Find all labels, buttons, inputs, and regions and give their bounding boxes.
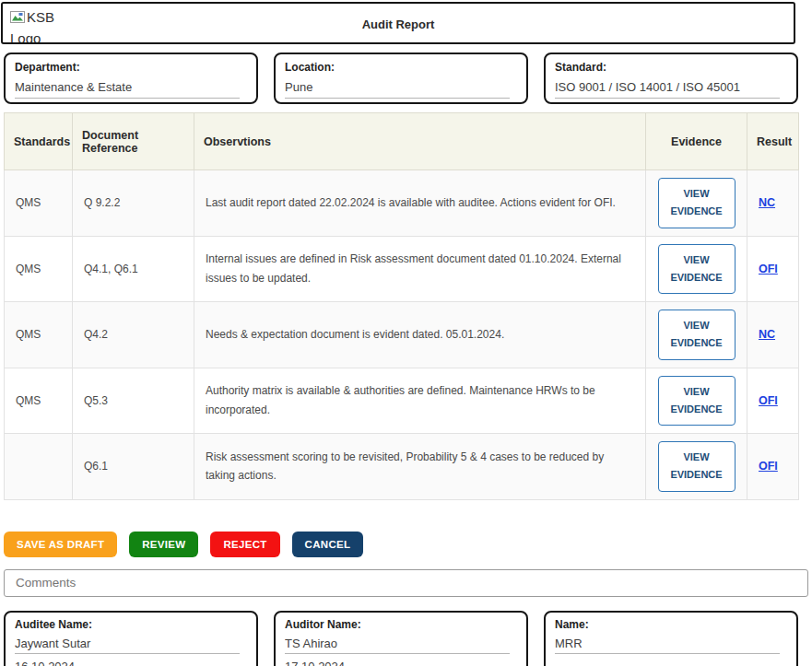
result-cell: NC — [747, 170, 799, 237]
doc-ref-cell: Q6.1 — [73, 434, 194, 500]
auditee-date-input[interactable] — [15, 658, 240, 666]
doc-ref-cell: Q4.1, Q6.1 — [73, 236, 194, 302]
info-fields-row: Department: Location: Standard: — [4, 53, 798, 104]
auditor-signature-box: Auditor Name: — [274, 611, 528, 666]
name-label: Name: — [555, 618, 787, 631]
evidence-cell: VIEW EVIDENCE — [646, 302, 747, 368]
department-field: Department: — [4, 53, 258, 104]
table-header-row: Standards Document Reference Observtions… — [5, 113, 799, 170]
department-label: Department: — [15, 61, 247, 74]
audit-row: QMS Q4.2 Needs & expectation document is… — [5, 302, 799, 368]
save-as-draft-button[interactable]: SAVE AS DRAFT — [4, 532, 117, 557]
view-evidence-button[interactable]: VIEW EVIDENCE — [658, 178, 736, 228]
view-evidence-button[interactable]: VIEW EVIDENCE — [658, 441, 736, 492]
result-cell: OFI — [747, 434, 799, 500]
standard-field: Standard: — [544, 53, 798, 104]
audit-row: Q6.1 Risk assessment scoring to be revis… — [5, 434, 799, 500]
observation-cell: Last audit report dated 22.02.2024 is av… — [194, 170, 646, 237]
evidence-cell: VIEW EVIDENCE — [646, 236, 747, 302]
audit-table: Standards Document Reference Observtions… — [4, 112, 799, 500]
result-cell: NC — [747, 302, 799, 368]
evidence-cell: VIEW EVIDENCE — [646, 368, 747, 434]
standards-cell — [5, 434, 73, 500]
evidence-cell: VIEW EVIDENCE — [646, 170, 747, 237]
result-link[interactable]: OFI — [759, 460, 778, 473]
observation-cell: Authority matrix is available & authorit… — [194, 368, 646, 434]
audit-row: QMS Q5.3 Authority matrix is available &… — [5, 368, 799, 434]
report-header: KSB Logo Audit Report — [1, 2, 795, 44]
doc-ref-cell: Q 9.2.2 — [73, 170, 194, 237]
signatures-row: Auditee Name: Auditor Name: Name: — [4, 611, 798, 666]
auditor-name-label: Auditor Name: — [285, 618, 517, 631]
name-input[interactable] — [555, 635, 780, 654]
auditee-signature-box: Auditee Name: — [4, 611, 258, 666]
standards-cell: QMS — [5, 368, 73, 434]
comments-input[interactable] — [4, 569, 808, 597]
observation-cell: Needs & expectation document is evident … — [194, 302, 646, 368]
observation-cell: Internal issues are defined in Risk asse… — [194, 236, 646, 302]
action-buttons-row: SAVE AS DRAFT REVIEW REJECT CANCEL — [4, 532, 812, 557]
result-link[interactable]: NC — [759, 328, 775, 341]
location-input[interactable] — [285, 78, 510, 99]
standards-cell: QMS — [5, 302, 73, 368]
result-link[interactable]: OFI — [759, 394, 778, 407]
result-link[interactable]: OFI — [759, 263, 778, 275]
location-label: Location: — [285, 61, 517, 74]
cancel-button[interactable]: CANCEL — [292, 532, 364, 557]
column-header-observations: Observtions — [194, 113, 646, 170]
reject-button[interactable]: REJECT — [210, 532, 279, 557]
standard-label: Standard: — [555, 61, 787, 74]
evidence-cell: VIEW EVIDENCE — [646, 434, 747, 500]
result-link[interactable]: NC — [759, 196, 775, 209]
column-header-evidence: Evidence — [646, 113, 747, 170]
column-header-result: Result — [747, 113, 799, 170]
auditor-date-input[interactable] — [285, 658, 510, 666]
location-field: Location: — [274, 53, 528, 104]
view-evidence-button[interactable]: VIEW EVIDENCE — [658, 376, 736, 426]
result-cell: OFI — [747, 368, 799, 434]
doc-ref-cell: Q5.3 — [73, 368, 194, 434]
column-header-standards: Standards — [5, 113, 73, 170]
name-signature-box: Name: — [544, 611, 798, 666]
page-title: Audit Report — [3, 18, 794, 31]
review-button[interactable]: REVIEW — [129, 532, 198, 557]
name-date-input[interactable] — [555, 658, 780, 666]
column-header-document-reference: Document Reference — [73, 113, 194, 170]
view-evidence-button[interactable]: VIEW EVIDENCE — [658, 244, 736, 295]
audit-row: QMS Q 9.2.2 Last audit report dated 22.0… — [5, 170, 799, 237]
auditor-name-input[interactable] — [285, 635, 510, 654]
auditee-name-input[interactable] — [15, 635, 240, 654]
auditee-name-label: Auditee Name: — [15, 618, 247, 631]
department-input[interactable] — [15, 78, 240, 99]
view-evidence-button[interactable]: VIEW EVIDENCE — [658, 310, 736, 360]
standards-cell: QMS — [5, 236, 73, 302]
standard-input[interactable] — [555, 78, 780, 99]
observation-cell: Risk assessment scoring to be revisited,… — [194, 434, 646, 500]
audit-row: QMS Q4.1, Q6.1 Internal issues are defin… — [5, 236, 799, 302]
standards-cell: QMS — [5, 170, 73, 237]
result-cell: OFI — [747, 236, 799, 302]
doc-ref-cell: Q4.2 — [73, 302, 194, 368]
